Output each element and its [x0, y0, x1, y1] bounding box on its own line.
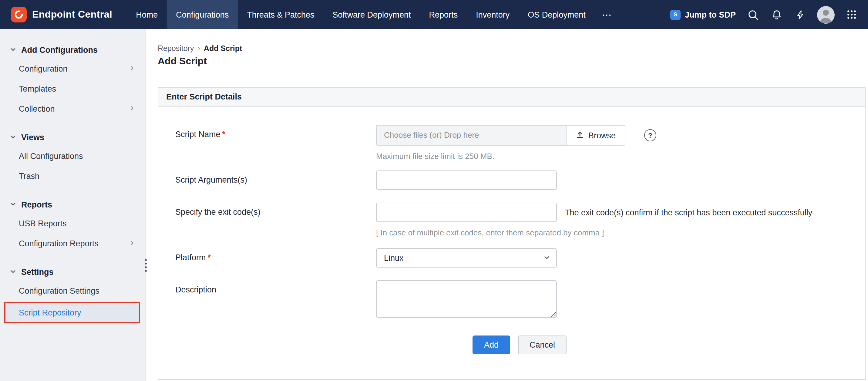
brand-name: Endpoint Central	[32, 9, 112, 20]
main-content: Repository › Add Script Add Script Enter…	[146, 29, 868, 381]
sidebar-item-label: Configuration Settings	[19, 286, 99, 295]
label-text: Script Name	[175, 130, 220, 139]
description-label: Description	[175, 280, 376, 294]
sidebar-section-title: Views	[21, 133, 44, 142]
search-icon[interactable]	[746, 8, 760, 21]
breadcrumb-current: Add Script	[204, 44, 242, 53]
sidebar-item-configuration[interactable]: Configuration	[0, 59, 145, 79]
browse-button[interactable]: Browse	[566, 125, 625, 146]
sidebar-item-trash[interactable]: Trash	[0, 166, 145, 186]
chevron-down-icon	[10, 268, 17, 277]
sidebar-section-settings: Settings Configuration Settings Script R…	[0, 263, 145, 323]
sidebar-item-label: Collection	[19, 104, 55, 113]
brand[interactable]: Endpoint Central	[0, 0, 127, 29]
form-actions: Add Cancel	[472, 335, 865, 354]
exit-codes-label: Specify the exit code(s)	[175, 203, 376, 216]
chevron-down-icon	[10, 200, 17, 209]
sidebar-item-label: Templates	[19, 84, 56, 93]
script-arguments-label: Script Arguments(s)	[175, 171, 376, 184]
jump-to-sdp-button[interactable]: S Jump to SDP	[670, 9, 736, 20]
sidebar-item-all-configurations[interactable]: All Configurations	[0, 146, 145, 166]
platform-row: Platform* Linux	[175, 248, 865, 268]
endpoint-central-logo-icon	[11, 7, 27, 23]
script-arguments-input[interactable]	[376, 171, 557, 190]
quick-actions-bolt-icon[interactable]	[794, 8, 807, 21]
exit-codes-row: Specify the exit code(s) The exit code(s…	[175, 203, 865, 237]
sidebar-item-label: All Configurations	[19, 152, 83, 161]
platform-label: Platform*	[175, 248, 376, 262]
sidebar-item-label: Configuration	[19, 64, 68, 74]
nav-os-deployment[interactable]: OS Deployment	[519, 0, 595, 29]
apps-grid-icon[interactable]	[845, 8, 858, 21]
platform-selected-value: Linux	[384, 253, 404, 262]
sidebar-item-label: Script Repository	[19, 308, 81, 317]
nav-reports[interactable]: Reports	[420, 0, 467, 29]
nav-inventory[interactable]: Inventory	[467, 0, 519, 29]
label-text: Script Arguments(s)	[175, 175, 247, 184]
navbar-actions: S Jump to SDP	[670, 0, 868, 29]
required-asterisk: *	[222, 130, 226, 139]
chevron-right-icon	[129, 239, 135, 248]
nav-configurations[interactable]: Configurations	[167, 0, 238, 29]
label-text: Description	[175, 285, 216, 294]
label-text: Specify the exit code(s)	[175, 207, 260, 216]
exit-codes-note: The exit code(s) confirm if the script h…	[565, 208, 812, 217]
sidebar-section-add-configurations: Add Configurations Configuration Templat…	[0, 41, 145, 119]
sidebar-section-title: Reports	[21, 200, 52, 209]
nav-threats-patches[interactable]: Threats & Patches	[238, 0, 323, 29]
help-icon[interactable]: ?	[644, 129, 656, 141]
sidebar-section-reports: Reports USB Reports Configuration Report…	[0, 196, 145, 254]
chevron-down-icon	[10, 46, 17, 55]
sidebar-section-header-reports[interactable]: Reports	[0, 196, 145, 213]
nav-home[interactable]: Home	[127, 0, 167, 29]
main-nav: Home Configurations Threats & Patches So…	[127, 0, 620, 29]
chevron-right-icon	[129, 104, 135, 113]
sidebar-section-title: Add Configurations	[21, 46, 98, 55]
user-avatar[interactable]	[817, 6, 835, 23]
script-name-row: Script Name* Choose files (or) Drop here…	[175, 125, 865, 161]
script-details-panel: Enter Script Details Script Name* Choose…	[158, 87, 866, 380]
nav-software-deployment[interactable]: Software Deployment	[323, 0, 420, 29]
sidebar-section-header-add-configurations[interactable]: Add Configurations	[0, 41, 145, 59]
sidebar-item-collection[interactable]: Collection	[0, 99, 145, 119]
file-size-hint: Maximum file size limit is 250 MB.	[376, 152, 656, 161]
sidebar-item-usb-reports[interactable]: USB Reports	[0, 213, 145, 234]
sidebar-section-title: Settings	[21, 268, 54, 277]
chevron-down-icon	[10, 133, 17, 142]
sdp-icon: S	[670, 9, 681, 20]
chevron-down-icon	[544, 253, 550, 262]
sidebar-resize-grip[interactable]	[143, 255, 149, 275]
sidebar-item-script-repository[interactable]: Script Repository	[4, 302, 140, 323]
sidebar-section-header-settings[interactable]: Settings	[0, 263, 145, 281]
platform-select[interactable]: Linux	[376, 248, 557, 268]
sidebar-section-header-views[interactable]: Views	[0, 128, 145, 146]
add-button[interactable]: Add	[472, 335, 510, 354]
required-asterisk: *	[208, 253, 211, 262]
notifications-bell-icon[interactable]	[770, 8, 783, 21]
sidebar-section-views: Views All Configurations Trash	[0, 128, 145, 186]
sidebar-item-label: Trash	[19, 172, 39, 181]
browse-label: Browse	[588, 131, 616, 140]
cancel-button[interactable]: Cancel	[518, 335, 566, 354]
panel-title: Enter Script Details	[158, 88, 865, 107]
sidebar-item-label: Configuration Reports	[19, 239, 99, 248]
breadcrumb-repository[interactable]: Repository	[158, 44, 194, 53]
page-title: Add Script	[158, 56, 207, 67]
exit-codes-input[interactable]	[376, 203, 557, 222]
exit-codes-hint: [ In case of multiple exit codes, enter …	[376, 228, 812, 237]
jump-to-sdp-label: Jump to SDP	[685, 10, 736, 19]
file-drop-input[interactable]: Choose files (or) Drop here	[376, 125, 566, 146]
breadcrumb: Repository › Add Script	[158, 44, 242, 53]
sidebar-item-configuration-settings[interactable]: Configuration Settings	[0, 281, 145, 301]
nav-more-button[interactable]: ⋯	[595, 0, 620, 29]
sidebar-item-templates[interactable]: Templates	[0, 79, 145, 99]
breadcrumb-separator: ›	[198, 44, 200, 53]
sidebar-item-label: USB Reports	[19, 219, 67, 228]
script-name-label: Script Name*	[175, 125, 376, 139]
sidebar-item-configuration-reports[interactable]: Configuration Reports	[0, 234, 145, 254]
app: Endpoint Central Home Configurations Thr…	[0, 0, 868, 381]
sidebar: Add Configurations Configuration Templat…	[0, 29, 146, 381]
description-textarea[interactable]	[376, 280, 557, 318]
top-navbar: Endpoint Central Home Configurations Thr…	[0, 0, 868, 29]
chevron-right-icon	[129, 64, 135, 74]
